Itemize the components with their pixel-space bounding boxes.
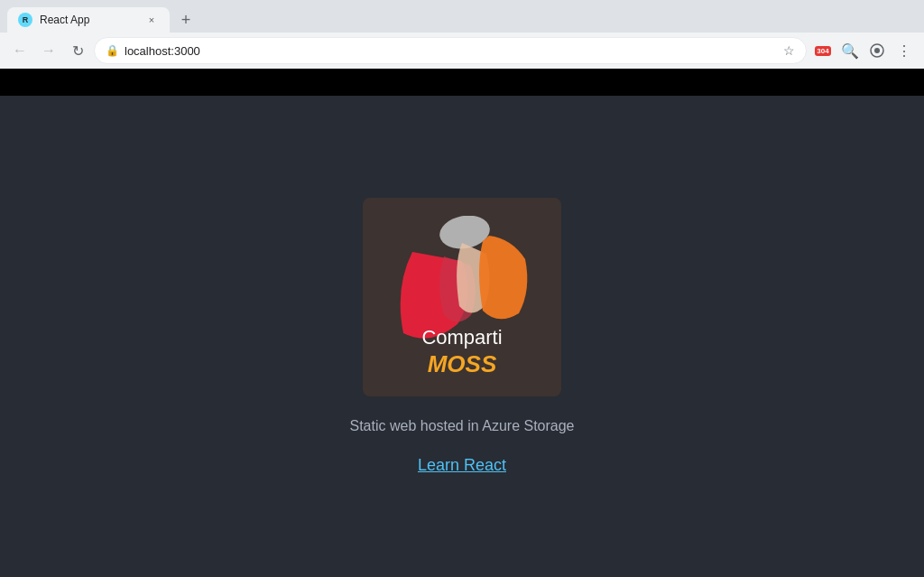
menu-button[interactable]: ⋮: [892, 38, 917, 63]
new-tab-button[interactable]: +: [173, 7, 199, 33]
tab-close-button[interactable]: ×: [144, 13, 159, 27]
lock-icon: 🔒: [106, 44, 119, 57]
logo-text-yellow: MOSS: [428, 350, 497, 377]
tab-favicon: R: [18, 13, 32, 27]
learn-react-link[interactable]: Learn React: [418, 456, 506, 475]
address-bar[interactable]: 🔒 localhost:3000 ☆: [94, 37, 807, 64]
back-button[interactable]: ←: [7, 38, 32, 63]
tab-bar: R React App × +: [0, 0, 924, 33]
extensions-icon[interactable]: [864, 38, 890, 63]
tab-title: React App: [40, 14, 137, 26]
logo-text-white: Comparti: [421, 326, 502, 349]
forward-button[interactable]: →: [36, 38, 61, 63]
browser-tab[interactable]: R React App ×: [7, 7, 170, 33]
address-bar-row: ← → ↻ 🔒 localhost:3000 ☆ 304 🔍 ⋮: [0, 33, 924, 69]
subtitle-text: Static web hosted in Azure Storage: [349, 418, 574, 434]
star-icon[interactable]: ☆: [783, 43, 795, 58]
browser-chrome: R React App × + ← → ↻ 🔒 localhost:3000 ☆…: [0, 0, 924, 69]
logo-card: Comparti MOSS: [363, 198, 561, 396]
main-content: Comparti MOSS Static web hosted in Azure…: [0, 96, 924, 577]
svg-point-1: [874, 48, 880, 53]
address-text: localhost:3000: [125, 44, 778, 58]
notifications-icon[interactable]: 304: [810, 38, 836, 63]
notification-badge-icon: 304: [815, 46, 830, 56]
reload-button[interactable]: ↻: [65, 38, 90, 63]
logo-shapes: [385, 216, 539, 342]
logo-text: Comparti MOSS: [421, 326, 502, 378]
toolbar-icons: 304 🔍 ⋮: [810, 38, 917, 63]
search-icon[interactable]: 🔍: [837, 38, 863, 63]
app-header-bar: [0, 69, 924, 96]
